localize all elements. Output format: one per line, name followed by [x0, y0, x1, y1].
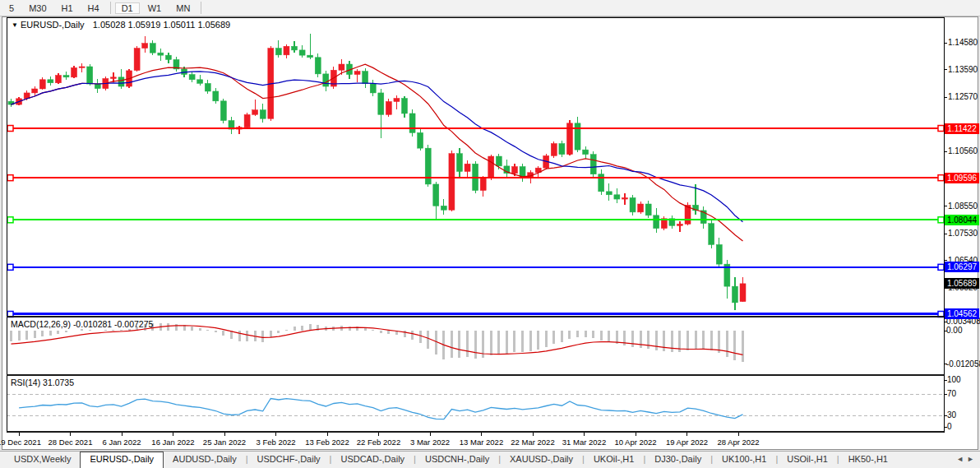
candle-body-bear: [260, 110, 266, 119]
price-line-label: 1.09596: [945, 173, 979, 183]
candle-body-bear: [307, 55, 313, 58]
date-label: 28 Apr 2022: [709, 438, 768, 447]
ohlc-high: 1.05919: [128, 20, 161, 30]
candle-body-bear: [48, 80, 53, 83]
line-drag-handle[interactable]: [7, 175, 13, 181]
chart-canvas[interactable]: [0, 0, 980, 468]
candle-body-bull: [284, 46, 289, 55]
line-drag-handle[interactable]: [7, 217, 13, 223]
line-drag-handle[interactable]: [938, 126, 944, 132]
candle-body-bull: [39, 80, 45, 89]
candle-body-bear: [496, 156, 502, 166]
candle-body-bear: [63, 76, 69, 77]
candle-body-bear: [378, 93, 384, 114]
candle-body-bear: [213, 91, 219, 101]
candle-body-bear: [197, 80, 203, 84]
candle-body-bull: [511, 167, 517, 174]
candle-body-bear: [654, 215, 659, 229]
candle-body-bull: [488, 156, 494, 178]
tab-dj30-daily[interactable]: DJ30-,Daily: [645, 452, 710, 468]
tab-xauusd-daily[interactable]: XAUUSD-,Daily: [501, 452, 582, 468]
candle-body-bull: [449, 154, 455, 211]
price-tick-label: 1.10560: [948, 146, 978, 155]
date-label: 3 Mar 2022: [400, 438, 460, 447]
candle-body-bear: [220, 101, 226, 121]
tab-audusd-daily[interactable]: AUDUSD-,Daily: [164, 452, 246, 468]
line-drag-handle[interactable]: [938, 264, 944, 270]
candle-body-bear: [87, 67, 93, 84]
candle-body-bear: [590, 155, 596, 174]
candle-body-bear: [118, 77, 124, 86]
candle-body-bear: [709, 224, 714, 245]
price-tick-label: 1.08550: [948, 202, 978, 211]
macd-tick-label: -0.012058: [946, 359, 980, 368]
candle-body-bull: [32, 89, 38, 93]
candle-body-bull: [79, 67, 85, 67]
tab-uk100-h1[interactable]: UK100-,H1: [713, 452, 775, 468]
tab-usdchf-daily[interactable]: USDCHF-,Daily: [248, 452, 330, 468]
candle-body-bull: [394, 99, 400, 102]
tab-eurusd-daily[interactable]: EURUSD-,Daily: [80, 452, 164, 468]
line-drag-handle[interactable]: [938, 175, 944, 181]
candle-body-bear: [716, 244, 722, 264]
price-tick-label: 1.14580: [948, 38, 978, 47]
date-label: 10 Apr 2022: [606, 438, 665, 447]
candle-body-bear: [189, 75, 195, 80]
mt4-terminal: { "toolbar": { "periods": ["5", "M30", "…: [0, 0, 980, 468]
rsi-tick-label: 70: [947, 389, 956, 398]
chart-title: ▼ EURUSD-,Daily 1.05028 1.05919 1.05011 …: [12, 20, 230, 30]
candle-body-bear: [315, 58, 321, 74]
line-drag-handle[interactable]: [7, 264, 13, 270]
candle-body-bear: [292, 46, 298, 50]
candle-body-bull: [465, 164, 470, 171]
candle-body-bull: [551, 144, 557, 156]
last-price-label: 1.05689: [945, 278, 979, 289]
date-label: 13 Feb 2022: [298, 438, 357, 447]
candle-body-bear: [599, 174, 604, 192]
rsi-line: [19, 399, 742, 419]
date-label: 28 Dec 2021: [41, 438, 100, 447]
tab-ukoil-h1[interactable]: UKOil-,H1: [585, 452, 644, 468]
tab-hk50-h1[interactable]: HK50-,H1: [839, 452, 897, 468]
candle-body-bear: [323, 74, 329, 86]
candle-body-bear: [402, 99, 408, 114]
line-drag-handle[interactable]: [938, 217, 944, 223]
candle-body-bull: [134, 49, 140, 71]
date-label: 31 Mar 2022: [555, 438, 614, 447]
tab-usdcad-daily[interactable]: USDCAD-,Daily: [331, 452, 414, 468]
candle-body-bear: [559, 144, 565, 155]
chart-dropdown-icon[interactable]: ▼: [12, 21, 18, 29]
candle-body-bear: [575, 123, 580, 150]
tab-usoil-h1[interactable]: USOil-,H1: [778, 452, 837, 468]
candle-body-bull: [622, 197, 627, 199]
candle-body-bull: [354, 72, 360, 75]
date-label: 25 Jan 2022: [195, 438, 254, 447]
tab-usdcnh-daily[interactable]: USDCNH-,Daily: [416, 452, 498, 468]
symbol-tab-bar: USDX,WeeklyEURUSD-,DailyAUDUSD-,Daily|US…: [0, 451, 980, 468]
tab-usdx-weekly[interactable]: USDX,Weekly: [5, 452, 80, 468]
candle-body-bear: [363, 72, 368, 84]
candle-body-bull: [339, 64, 344, 70]
price-line-label: 1.11422: [945, 123, 979, 134]
price-tick-label: 1.13590: [948, 65, 978, 74]
candle-body-bear: [441, 206, 446, 210]
rsi-tick-label: 100: [947, 375, 961, 384]
line-drag-handle[interactable]: [7, 126, 13, 132]
candle-body-bear: [433, 184, 439, 206]
date-label: 13 Mar 2022: [452, 438, 511, 447]
candle-body-bull: [110, 77, 116, 79]
tab-scroll-left-icon[interactable]: ◄: [956, 455, 967, 463]
ohlc-low: 1.05011: [163, 20, 195, 30]
date-label: 22 Feb 2022: [349, 438, 409, 447]
candle-body-bull: [386, 101, 391, 114]
rsi-label: RSI(14) 31.0735: [11, 378, 74, 387]
ohlc-open: 1.05028: [93, 20, 126, 30]
date-label: 6 Jan 2022: [92, 438, 151, 447]
candle-body-bear: [583, 150, 589, 155]
macd-name: MACD(12,26,9): [11, 319, 71, 329]
candle-body-bear: [150, 44, 155, 53]
tab-scroll-right-icon[interactable]: ►: [967, 455, 978, 463]
candle-body-bull: [142, 44, 148, 49]
chart-symbol-label: EURUSD-,Daily: [21, 20, 85, 30]
candle-body-bear: [165, 55, 171, 59]
